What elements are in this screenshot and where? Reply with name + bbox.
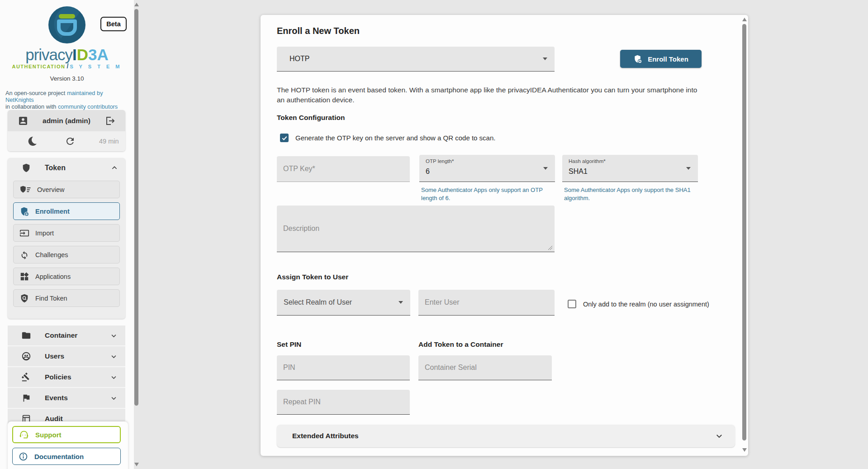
account-icon [18,115,28,126]
otp-length-hint: Some Authenticator Apps only support an … [421,186,552,202]
pin-input[interactable]: PIN [277,355,410,380]
otp-length-select[interactable]: OTP length* 6 [419,155,555,182]
challenges-sync-icon [19,250,29,260]
token-type-value: HOTP [289,55,309,63]
sidebar-item-events[interactable]: Events [8,388,125,409]
scroll-up-icon[interactable] [134,3,139,6]
otp-length-value: 6 [426,168,430,176]
scroll-up-icon[interactable] [742,18,747,21]
user-input[interactable]: Enter User [418,290,555,316]
privacyidea-app: Beta privacyID3A AUTHENTICATION / S Y S … [0,0,868,469]
sidebar-item-find-token[interactable]: Find Token [13,289,120,307]
dropdown-caret-icon [543,167,548,170]
enroll-shield-icon [633,54,642,63]
sidebar-item-label: Find Token [35,295,67,302]
scroll-down-icon[interactable] [742,448,747,452]
generate-otp-label: Generate the OTP key on the server and s… [295,134,495,142]
token-type-description: The HOTP token is an event based token. … [277,85,704,105]
sidebar-item-label: Challenges [35,251,68,258]
description-textarea[interactable]: Description [277,206,555,252]
otp-length-label: OTP length* [426,158,454,164]
token-menu-header[interactable]: Token [8,158,125,178]
dropdown-caret-icon [398,301,403,304]
version-label: Version 3.10 [0,75,134,82]
container-serial-placeholder: Container Serial [425,364,477,372]
support-button[interactable]: Support [12,426,121,443]
logo-i: I [72,46,77,63]
otp-key-input[interactable]: OTP Key* [277,156,410,182]
applications-icon [19,272,29,282]
gavel-icon [21,372,31,382]
sidebar-section-label: Container [45,331,110,340]
flag-icon [21,393,31,403]
refresh-session-icon[interactable] [65,136,76,147]
generate-otp-checkbox-row: Generate the OTP key on the server and s… [280,134,495,142]
sidebar-scrollbar[interactable] [133,0,140,469]
sidebar-item-policies[interactable]: Policies [8,367,125,388]
sidebar-item-overview[interactable]: Overview [13,181,120,198]
user-input-placeholder: Enter User [425,298,459,306]
hash-algorithm-select[interactable]: Hash algorithm* SHA1 [562,155,698,182]
sidebar: Beta privacyID3A AUTHENTICATION / S Y S … [0,0,134,469]
dropdown-caret-icon [543,57,547,60]
realm-select[interactable]: Select Realm of User [277,290,410,316]
section-add-container: Add Token to a Container [418,340,503,349]
logo-system: S Y S T E M [70,64,122,69]
user-card: admin (admin) 49 min [8,110,125,151]
section-assign-user: Assign Token to User [277,273,348,281]
help-card: Support Documentation [8,421,128,469]
logo-authentication: AUTHENTICATION [12,64,65,69]
logo-subtitle: AUTHENTICATION / S Y S T E M [0,62,134,70]
section-set-pin: Set PIN [277,340,301,349]
sidebar-item-users[interactable]: Users [8,346,125,367]
sidebar-item-label: Enrollment [35,208,70,215]
repeat-pin-input[interactable]: Repeat PIN [277,390,410,415]
resize-handle-icon[interactable] [548,246,552,250]
shield-icon [21,163,31,173]
main-scrollbar[interactable] [741,16,748,455]
scroll-down-icon[interactable] [134,463,139,466]
logout-icon[interactable] [104,115,115,126]
pin-placeholder: PIN [283,364,295,372]
scrollbar-thumb[interactable] [134,9,138,406]
scrollbar-thumb[interactable] [742,24,746,440]
extended-attributes-label: Extended Attributes [292,432,715,440]
extended-attributes-panel[interactable]: Extended Attributes [277,425,735,447]
token-type-select[interactable]: HOTP [277,47,555,72]
support-icon [19,430,29,440]
sidebar-section-label: Policies [45,373,110,381]
token-enroll-icon [19,206,29,216]
beta-badge: Beta [100,17,127,31]
realm-only-checkbox[interactable] [568,300,576,308]
otp-key-placeholder: OTP Key* [283,165,315,173]
realm-only-checkbox-row: Only add to the realm (no user assignmen… [568,300,709,308]
logo-wordmark: privacyID3A [0,47,134,62]
realm-only-label: Only add to the realm (no user assignmen… [583,301,709,308]
documentation-button[interactable]: Documentation [12,448,121,465]
sidebar-section-label: Users [45,352,110,360]
chevron-down-icon [110,353,117,360]
token-menu-label: Token [45,164,111,172]
session-timer: 49 min [99,138,119,145]
find-token-icon [19,293,29,303]
sidebar-item-applications[interactable]: Applications [13,268,120,285]
sidebar-item-challenges[interactable]: Challenges [13,246,120,263]
info-icon [19,452,28,461]
description-placeholder: Description [283,225,319,233]
container-serial-input[interactable]: Container Serial [418,355,552,380]
sidebar-item-enrollment[interactable]: Enrollment [13,202,120,220]
generate-otp-checkbox[interactable] [280,134,289,142]
sidebar-item-label: Import [35,230,54,237]
sidebar-item-import[interactable]: Import [13,224,120,242]
enroll-token-button[interactable]: Enroll Token [620,50,702,68]
sidebar-item-container[interactable]: Container [8,325,125,346]
contributors-link[interactable]: community contributors [58,103,118,110]
hash-algorithm-hint: Some Authenticator Apps only support the… [564,186,695,202]
section-token-configuration: Token Configuration [277,114,345,122]
about-text: An open-source project maintained by Net… [3,90,131,110]
folder-icon [21,330,31,340]
dark-mode-icon[interactable] [27,136,38,147]
sidebar-section-label: Events [45,394,110,402]
repeat-pin-placeholder: Repeat PIN [283,398,321,406]
logo-d: D [77,46,88,63]
